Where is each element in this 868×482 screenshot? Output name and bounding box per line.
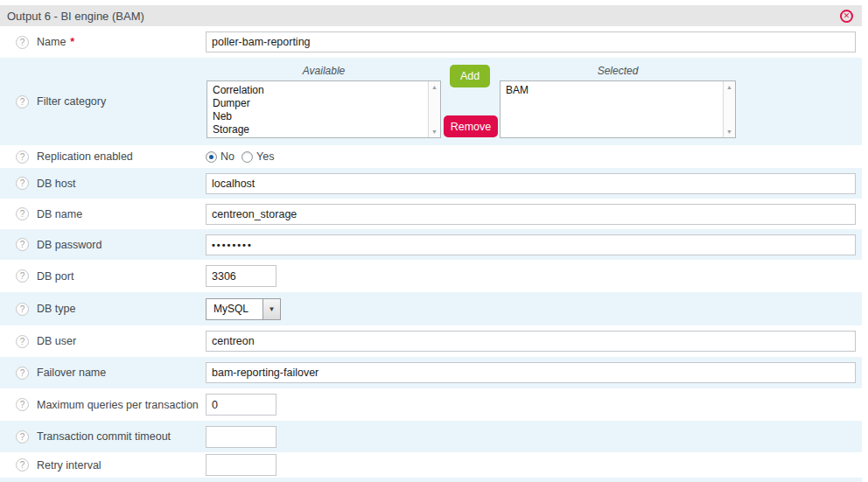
db-host-input[interactable] [206, 173, 856, 194]
scroll-up-icon[interactable]: ▲ [429, 84, 440, 90]
panel-header: Output 6 - BI engine (BAM) ✕ [0, 5, 862, 26]
list-item[interactable]: Correlation [213, 84, 424, 97]
radio-yes[interactable] [242, 151, 253, 163]
chevron-down-icon[interactable]: ▼ [262, 299, 280, 319]
form-row-db-type: ? DB type MySQL ▼ [0, 292, 862, 325]
required-asterisk: * [70, 36, 74, 48]
radio-no[interactable] [206, 151, 217, 163]
list-item[interactable]: Storage [213, 123, 424, 136]
available-listbox[interactable]: Correlation Dumper Neb Storage ▲ ▼ [206, 80, 441, 138]
db-name-label: DB name [37, 208, 82, 220]
db-port-input[interactable] [206, 265, 276, 287]
list-item[interactable]: Neb [213, 110, 424, 123]
db-user-label: DB user [37, 335, 76, 347]
form-row-max-queries: ? Maximum queries per transaction [0, 388, 862, 421]
help-icon[interactable]: ? [16, 150, 29, 164]
name-input[interactable] [206, 31, 856, 52]
help-icon[interactable]: ? [16, 335, 29, 348]
radio-no-label: No [220, 150, 234, 163]
name-label: Name [37, 36, 66, 48]
form-row-retry-interval: ? Retry interval [0, 452, 862, 478]
form-row-name: ? Name * [0, 26, 862, 58]
help-icon[interactable]: ? [16, 177, 29, 190]
output-config-panel: Output 6 - BI engine (BAM) ✕ ? Name * ? … [0, 5, 862, 482]
db-name-input[interactable] [206, 204, 856, 225]
remove-button[interactable]: Remove [444, 115, 498, 137]
form-row-db-name: ? DB name [0, 199, 862, 229]
db-type-label: DB type [37, 303, 75, 315]
help-icon[interactable]: ? [16, 398, 29, 411]
form-row-commit-timeout: ? Transaction commit timeout [0, 421, 862, 452]
form-row-db-password: ? DB password [0, 229, 862, 260]
help-icon[interactable]: ? [16, 367, 29, 380]
form-row-filter-category: ? Filter category Available Correlation … [0, 58, 862, 145]
add-button[interactable]: Add [450, 65, 490, 87]
help-icon[interactable]: ? [16, 269, 29, 283]
db-user-input[interactable] [206, 331, 856, 352]
help-icon[interactable]: ? [16, 36, 29, 49]
available-list-title: Available [206, 58, 441, 80]
scroll-up-icon[interactable]: ▲ [724, 84, 735, 90]
db-type-selected-value: MySQL [206, 303, 262, 315]
help-icon[interactable]: ? [16, 207, 29, 220]
form-row-db-host: ? DB host [0, 168, 862, 199]
db-password-label: DB password [37, 239, 102, 251]
scroll-down-icon[interactable]: ▼ [724, 129, 735, 135]
db-host-label: DB host [37, 178, 75, 190]
form-row-db-port: ? DB port [0, 260, 862, 292]
help-icon[interactable]: ? [16, 95, 29, 108]
db-password-input[interactable] [206, 234, 856, 255]
db-port-label: DB port [37, 270, 74, 283]
filter-category-label: Filter category [37, 95, 106, 108]
max-queries-input[interactable] [206, 394, 276, 416]
scrollbar[interactable]: ▲ ▼ [428, 81, 440, 137]
list-item[interactable]: Dumper [213, 97, 424, 110]
scrollbar[interactable]: ▲ ▼ [723, 81, 735, 137]
retry-interval-input[interactable] [206, 454, 276, 476]
commit-timeout-label: Transaction commit timeout [37, 430, 171, 443]
help-icon[interactable]: ? [16, 238, 29, 251]
radio-yes-label: Yes [256, 150, 274, 163]
form-row-failover-name: ? Failover name [0, 357, 862, 388]
selected-listbox[interactable]: BAM ▲ ▼ [500, 80, 736, 138]
list-item[interactable]: BAM [506, 84, 719, 97]
panel-title: Output 6 - BI engine (BAM) [7, 10, 840, 23]
max-queries-label: Maximum queries per transaction [37, 399, 199, 411]
scroll-down-icon[interactable]: ▼ [429, 129, 440, 135]
next-row-edge [0, 478, 862, 482]
help-icon[interactable]: ? [16, 430, 29, 444]
replication-enabled-label: Replication enabled [37, 150, 133, 163]
failover-name-label: Failover name [37, 367, 106, 379]
help-icon[interactable]: ? [16, 303, 29, 316]
dual-listbox: Available Correlation Dumper Neb Storage… [206, 58, 856, 145]
selected-list-title: Selected [500, 58, 736, 80]
form-row-db-user: ? DB user [0, 325, 862, 357]
form-row-replication-enabled: ? Replication enabled No Yes [0, 145, 862, 168]
db-type-select[interactable]: MySQL ▼ [206, 298, 281, 320]
commit-timeout-input[interactable] [206, 426, 276, 448]
help-icon[interactable]: ? [16, 458, 29, 472]
replication-radio-group: No Yes [206, 150, 281, 163]
retry-interval-label: Retry interval [37, 459, 102, 472]
failover-name-input[interactable] [206, 362, 856, 383]
close-icon[interactable]: ✕ [840, 10, 853, 23]
